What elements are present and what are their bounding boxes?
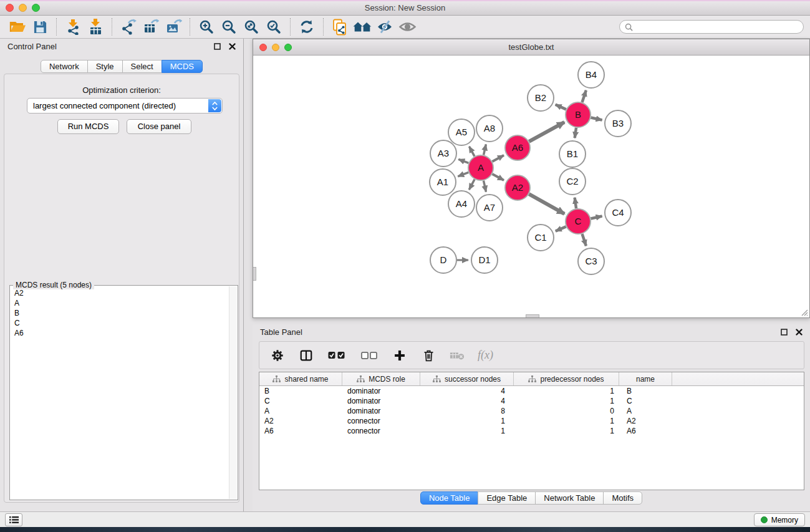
table-row[interactable]: A2connector11A2 xyxy=(259,416,804,426)
graph-edge-B-B4[interactable] xyxy=(582,90,586,102)
mcds-result-item[interactable]: C xyxy=(11,318,228,328)
network-canvas[interactable]: B4B2BB3A8A5A6B1A3AA1C2A2A4A7C4CC1C3DD1 xyxy=(253,56,809,317)
table-row[interactable]: Cdominator41C xyxy=(259,396,804,406)
zoom-selected-button[interactable] xyxy=(263,17,285,37)
network-minimize-button[interactable] xyxy=(272,44,279,51)
zoom-window-button[interactable] xyxy=(32,4,40,12)
graph-node-B3[interactable]: B3 xyxy=(605,110,631,137)
function-builder-button[interactable]: f(x) xyxy=(478,349,493,362)
column-header-successor-nodes[interactable]: successor nodes xyxy=(420,372,514,385)
graph-node-B4[interactable]: B4 xyxy=(578,62,604,88)
graph-edge-A-A2[interactable] xyxy=(492,174,504,180)
graph-edge-A-A6[interactable] xyxy=(492,155,504,162)
west-splitter-handle[interactable] xyxy=(253,267,256,281)
column-header-shared-name[interactable]: shared name xyxy=(259,372,342,385)
tab-mcds[interactable]: MCDS xyxy=(162,60,203,73)
close-window-button[interactable] xyxy=(6,4,14,12)
tab-network-table[interactable]: Network Table xyxy=(535,491,604,505)
column-header-name[interactable]: name xyxy=(619,372,672,385)
graph-edge-C-C3[interactable] xyxy=(582,234,586,246)
table-row[interactable]: Adominator80A xyxy=(259,406,804,416)
graph-edge-A-A1[interactable] xyxy=(458,172,468,176)
export-table-button[interactable] xyxy=(140,17,162,37)
zoom-out-button[interactable] xyxy=(218,17,240,37)
open-session-button[interactable] xyxy=(6,17,29,37)
graph-edge-C-C4[interactable] xyxy=(591,216,602,219)
table-row[interactable]: Bdominator41B xyxy=(259,386,804,396)
zoom-fit-button[interactable] xyxy=(240,17,263,37)
tab-motifs[interactable]: Motifs xyxy=(603,491,642,505)
graph-edge-A2-C[interactable] xyxy=(529,194,564,214)
refresh-button[interactable] xyxy=(296,17,318,37)
graph-node-B1[interactable]: B1 xyxy=(559,141,586,167)
tab-node-table[interactable]: Node Table xyxy=(420,491,479,505)
south-splitter-handle[interactable] xyxy=(526,314,539,317)
split-panel-button[interactable] xyxy=(298,347,314,364)
export-image-button[interactable] xyxy=(162,17,185,37)
memory-button[interactable]: Memory xyxy=(754,513,805,526)
graph-node-A[interactable]: A xyxy=(468,155,493,180)
delete-column-button[interactable] xyxy=(420,347,436,364)
graph-edge-B-B3[interactable] xyxy=(591,117,602,120)
graph-edge-A-A4[interactable] xyxy=(469,180,475,190)
task-history-button[interactable] xyxy=(5,513,22,526)
search-field[interactable] xyxy=(619,20,804,34)
delete-table-button[interactable] xyxy=(449,347,465,364)
close-panel-icon[interactable] xyxy=(229,43,236,50)
graph-node-A2[interactable]: A2 xyxy=(505,175,530,200)
tab-select[interactable]: Select xyxy=(122,60,162,73)
network-window-titlebar[interactable]: testGlobe.txt xyxy=(253,39,809,56)
table-row[interactable]: A6connector11A6 xyxy=(259,426,804,436)
mcds-result-item[interactable]: B xyxy=(11,308,228,318)
close-panel-button[interactable]: Close panel xyxy=(127,119,191,134)
graph-edge-C-C1[interactable] xyxy=(556,226,566,231)
resize-grip-icon[interactable] xyxy=(799,307,808,316)
graph-node-C1[interactable]: C1 xyxy=(528,225,554,251)
run-mcds-button[interactable]: Run MCDS xyxy=(57,119,119,134)
graph-node-C2[interactable]: C2 xyxy=(559,168,586,195)
column-header-predecessor-nodes[interactable]: predecessor nodes xyxy=(514,372,619,385)
show-all-button[interactable] xyxy=(396,17,418,37)
graph-node-A6[interactable]: A6 xyxy=(505,135,530,160)
graph-edge-C-C2[interactable] xyxy=(575,198,576,208)
float-panel-icon[interactable] xyxy=(781,329,788,336)
graph-node-A8[interactable]: A8 xyxy=(476,115,503,142)
search-input[interactable] xyxy=(633,22,798,32)
graph-edge-A-A8[interactable] xyxy=(484,144,486,155)
graph-edge-A-A7[interactable] xyxy=(483,181,486,192)
graph-edge-A-A5[interactable] xyxy=(469,147,475,157)
save-session-button[interactable] xyxy=(29,17,51,37)
tab-edge-table[interactable]: Edge Table xyxy=(478,491,536,505)
graph-node-C[interactable]: C xyxy=(566,209,591,234)
import-network-button[interactable] xyxy=(62,17,84,37)
network-zoom-button[interactable] xyxy=(284,44,292,51)
graph-edge-B-B1[interactable] xyxy=(575,128,576,138)
graph-edge-B-B2[interactable] xyxy=(556,105,566,110)
graph-node-A4[interactable]: A4 xyxy=(448,191,475,217)
apply-layout-button[interactable] xyxy=(351,17,374,37)
graph-edge-A-A3[interactable] xyxy=(458,159,468,163)
mcds-result-item[interactable]: A6 xyxy=(11,328,228,338)
table-settings-button[interactable] xyxy=(269,347,286,364)
float-panel-icon[interactable] xyxy=(214,43,221,50)
graph-node-A3[interactable]: A3 xyxy=(430,140,456,167)
mcds-result-item[interactable]: A xyxy=(11,298,228,308)
hide-selected-button[interactable] xyxy=(374,17,396,37)
graph-node-B2[interactable]: B2 xyxy=(528,85,554,111)
select-all-button[interactable] xyxy=(327,347,347,364)
graph-node-D[interactable]: D xyxy=(430,247,456,273)
graph-node-D1[interactable]: D1 xyxy=(471,247,498,273)
import-table-button[interactable] xyxy=(84,17,107,37)
export-network-button[interactable] xyxy=(117,17,140,37)
add-column-button[interactable] xyxy=(392,347,408,364)
deselect-all-button[interactable] xyxy=(359,347,379,364)
graph-node-C3[interactable]: C3 xyxy=(578,248,604,274)
result-scrollbar[interactable] xyxy=(229,286,237,499)
criterion-select[interactable]: largest connected component (directed) xyxy=(27,98,223,114)
network-close-button[interactable] xyxy=(259,44,267,51)
graph-edge-A6-B[interactable] xyxy=(529,122,564,142)
zoom-in-button[interactable] xyxy=(195,17,218,37)
close-panel-icon[interactable] xyxy=(796,329,803,336)
graph-node-A1[interactable]: A1 xyxy=(430,169,456,195)
minimize-window-button[interactable] xyxy=(19,4,27,12)
